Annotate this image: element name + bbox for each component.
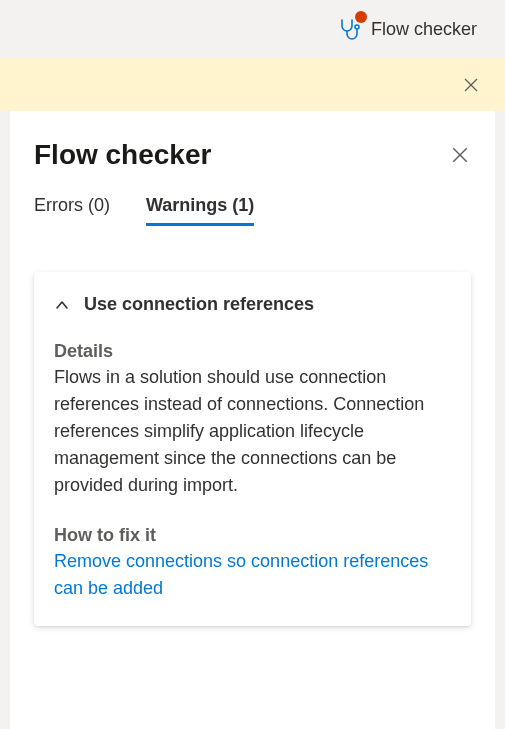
details-label: Details — [54, 341, 451, 362]
banner-close-button[interactable] — [461, 75, 481, 95]
panel-header: Flow checker — [34, 139, 471, 171]
chevron-up-icon — [54, 297, 70, 313]
svg-point-0 — [355, 25, 359, 29]
panel-title: Flow checker — [34, 139, 211, 171]
card-title: Use connection references — [84, 294, 314, 315]
top-toolbar: Flow checker — [0, 0, 505, 58]
flow-checker-panel: Flow checker Errors (0) Warnings (1) Use… — [10, 111, 495, 729]
close-icon — [451, 146, 469, 164]
warning-card: Use connection references Details Flows … — [34, 272, 471, 626]
tab-errors[interactable]: Errors (0) — [34, 195, 110, 224]
fix-link[interactable]: Remove connections so connection referen… — [54, 548, 451, 602]
flow-checker-toolbar-button[interactable]: Flow checker — [337, 17, 477, 41]
fix-label: How to fix it — [54, 525, 451, 546]
warning-banner — [0, 58, 505, 111]
notification-dot-icon — [355, 11, 367, 23]
stethoscope-icon — [337, 17, 361, 41]
card-toggle[interactable]: Use connection references — [54, 294, 451, 315]
tab-warnings[interactable]: Warnings (1) — [146, 195, 254, 224]
tabs: Errors (0) Warnings (1) — [34, 195, 471, 224]
flow-checker-toolbar-label: Flow checker — [371, 19, 477, 40]
details-body: Flows in a solution should use connectio… — [54, 364, 451, 499]
panel-close-button[interactable] — [449, 144, 471, 166]
close-icon — [463, 77, 479, 93]
